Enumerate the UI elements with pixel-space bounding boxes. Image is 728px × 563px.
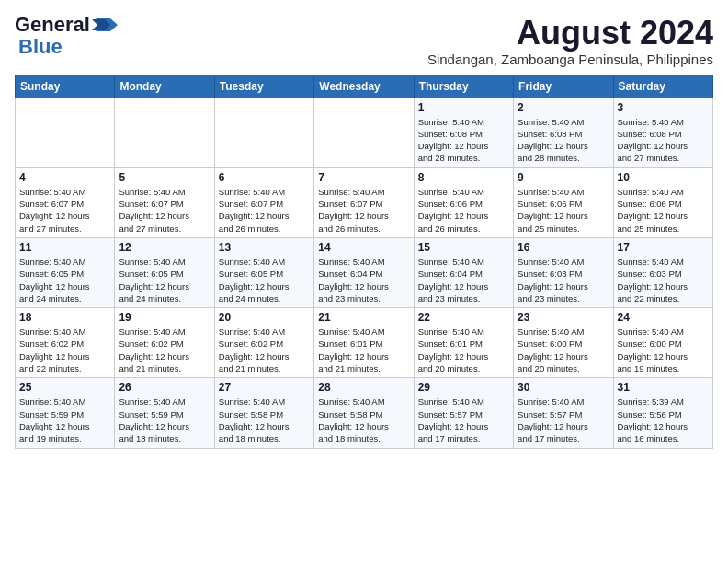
logo: General Blue [15, 15, 118, 59]
day-number: 22 [418, 311, 509, 324]
calendar-cell: 5Sunrise: 5:40 AM Sunset: 6:07 PM Daylig… [115, 167, 214, 237]
day-info: Sunrise: 5:40 AM Sunset: 6:01 PM Dayligh… [318, 326, 409, 374]
calendar-cell [314, 98, 414, 167]
calendar-cell: 26Sunrise: 5:40 AM Sunset: 5:59 PM Dayli… [115, 378, 214, 448]
day-info: Sunrise: 5:39 AM Sunset: 5:56 PM Dayligh… [618, 396, 709, 444]
day-number: 24 [618, 311, 709, 324]
month-year-title: August 2024 [427, 15, 713, 52]
calendar-cell: 24Sunrise: 5:40 AM Sunset: 6:00 PM Dayli… [613, 308, 712, 378]
day-number: 11 [19, 241, 110, 254]
weekday-header-monday: Monday [115, 75, 214, 98]
calendar-cell: 25Sunrise: 5:40 AM Sunset: 5:59 PM Dayli… [16, 378, 115, 448]
calendar-cell: 21Sunrise: 5:40 AM Sunset: 6:01 PM Dayli… [314, 308, 414, 378]
calendar-cell: 16Sunrise: 5:40 AM Sunset: 6:03 PM Dayli… [514, 237, 613, 307]
calendar-week-row: 1Sunrise: 5:40 AM Sunset: 6:08 PM Daylig… [16, 98, 713, 167]
day-info: Sunrise: 5:40 AM Sunset: 6:02 PM Dayligh… [219, 326, 310, 374]
calendar-cell: 6Sunrise: 5:40 AM Sunset: 6:07 PM Daylig… [214, 167, 313, 237]
logo-arrow-icon [92, 15, 118, 35]
day-number: 8 [418, 171, 509, 184]
calendar-cell: 15Sunrise: 5:40 AM Sunset: 6:04 PM Dayli… [414, 237, 513, 307]
day-info: Sunrise: 5:40 AM Sunset: 6:06 PM Dayligh… [418, 186, 509, 235]
calendar-cell: 20Sunrise: 5:40 AM Sunset: 6:02 PM Dayli… [214, 308, 313, 378]
day-number: 6 [219, 171, 310, 184]
day-info: Sunrise: 5:40 AM Sunset: 6:03 PM Dayligh… [518, 256, 609, 304]
day-info: Sunrise: 5:40 AM Sunset: 6:02 PM Dayligh… [19, 326, 110, 374]
calendar-cell: 28Sunrise: 5:40 AM Sunset: 5:58 PM Dayli… [314, 378, 414, 448]
day-info: Sunrise: 5:40 AM Sunset: 5:58 PM Dayligh… [318, 396, 409, 444]
day-number: 1 [418, 101, 509, 114]
weekday-header-sunday: Sunday [16, 75, 115, 98]
day-number: 30 [518, 381, 609, 394]
day-info: Sunrise: 5:40 AM Sunset: 6:07 PM Dayligh… [19, 186, 110, 235]
day-info: Sunrise: 5:40 AM Sunset: 6:03 PM Dayligh… [618, 256, 709, 304]
calendar-cell: 29Sunrise: 5:40 AM Sunset: 5:57 PM Dayli… [414, 378, 513, 448]
calendar-cell: 19Sunrise: 5:40 AM Sunset: 6:02 PM Dayli… [115, 308, 214, 378]
day-number: 27 [219, 381, 310, 394]
calendar-week-row: 11Sunrise: 5:40 AM Sunset: 6:05 PM Dayli… [16, 237, 713, 307]
day-info: Sunrise: 5:40 AM Sunset: 6:08 PM Dayligh… [418, 116, 509, 165]
day-number: 7 [318, 171, 409, 184]
calendar-week-row: 25Sunrise: 5:40 AM Sunset: 5:59 PM Dayli… [16, 378, 713, 448]
day-number: 31 [618, 381, 709, 394]
day-number: 12 [119, 241, 210, 254]
day-number: 15 [418, 241, 509, 254]
day-number: 5 [119, 171, 210, 184]
day-number: 29 [418, 381, 509, 394]
day-info: Sunrise: 5:40 AM Sunset: 6:04 PM Dayligh… [318, 256, 409, 304]
calendar-cell: 14Sunrise: 5:40 AM Sunset: 6:04 PM Dayli… [314, 237, 414, 307]
calendar-header-row: SundayMondayTuesdayWednesdayThursdayFrid… [16, 75, 713, 98]
day-info: Sunrise: 5:40 AM Sunset: 6:05 PM Dayligh… [119, 256, 210, 304]
day-info: Sunrise: 5:40 AM Sunset: 6:08 PM Dayligh… [518, 116, 609, 165]
logo-blue-text: Blue [18, 35, 63, 58]
day-info: Sunrise: 5:40 AM Sunset: 6:06 PM Dayligh… [518, 186, 609, 235]
day-number: 14 [318, 241, 409, 254]
day-info: Sunrise: 5:40 AM Sunset: 6:05 PM Dayligh… [19, 256, 110, 304]
calendar-cell: 10Sunrise: 5:40 AM Sunset: 6:06 PM Dayli… [613, 167, 712, 237]
weekday-header-wednesday: Wednesday [314, 75, 414, 98]
weekday-header-tuesday: Tuesday [214, 75, 313, 98]
calendar-cell: 22Sunrise: 5:40 AM Sunset: 6:01 PM Dayli… [414, 308, 513, 378]
calendar-cell: 9Sunrise: 5:40 AM Sunset: 6:06 PM Daylig… [514, 167, 613, 237]
weekday-header-thursday: Thursday [414, 75, 513, 98]
day-number: 26 [119, 381, 210, 394]
calendar-cell: 4Sunrise: 5:40 AM Sunset: 6:07 PM Daylig… [16, 167, 115, 237]
day-info: Sunrise: 5:40 AM Sunset: 5:57 PM Dayligh… [418, 396, 509, 444]
calendar-cell: 17Sunrise: 5:40 AM Sunset: 6:03 PM Dayli… [613, 237, 712, 307]
day-number: 28 [318, 381, 409, 394]
calendar-cell [115, 98, 214, 167]
day-number: 20 [219, 311, 310, 324]
day-info: Sunrise: 5:40 AM Sunset: 5:57 PM Dayligh… [518, 396, 609, 444]
location-subtitle: Sindangan, Zamboanga Peninsula, Philippi… [427, 52, 713, 67]
logo-text: General [15, 15, 90, 35]
day-number: 18 [19, 311, 110, 324]
day-number: 4 [19, 171, 110, 184]
calendar-cell: 31Sunrise: 5:39 AM Sunset: 5:56 PM Dayli… [613, 378, 712, 448]
calendar-cell: 12Sunrise: 5:40 AM Sunset: 6:05 PM Dayli… [115, 237, 214, 307]
day-number: 21 [318, 311, 409, 324]
weekday-header-saturday: Saturday [613, 75, 712, 98]
day-info: Sunrise: 5:40 AM Sunset: 6:01 PM Dayligh… [418, 326, 509, 374]
day-number: 19 [119, 311, 210, 324]
day-info: Sunrise: 5:40 AM Sunset: 6:02 PM Dayligh… [119, 326, 210, 374]
day-info: Sunrise: 5:40 AM Sunset: 6:08 PM Dayligh… [618, 116, 709, 165]
day-number: 16 [518, 241, 609, 254]
calendar-cell [16, 98, 115, 167]
calendar-cell [214, 98, 313, 167]
day-info: Sunrise: 5:40 AM Sunset: 5:59 PM Dayligh… [19, 396, 110, 444]
calendar-cell: 7Sunrise: 5:40 AM Sunset: 6:07 PM Daylig… [314, 167, 414, 237]
day-number: 2 [518, 101, 609, 114]
calendar-cell: 30Sunrise: 5:40 AM Sunset: 5:57 PM Dayli… [514, 378, 613, 448]
day-number: 23 [518, 311, 609, 324]
day-number: 3 [618, 101, 709, 114]
calendar-cell: 11Sunrise: 5:40 AM Sunset: 6:05 PM Dayli… [16, 237, 115, 307]
day-number: 9 [518, 171, 609, 184]
day-number: 17 [618, 241, 709, 254]
day-info: Sunrise: 5:40 AM Sunset: 6:00 PM Dayligh… [618, 326, 709, 374]
calendar-cell: 27Sunrise: 5:40 AM Sunset: 5:58 PM Dayli… [214, 378, 313, 448]
calendar-cell: 13Sunrise: 5:40 AM Sunset: 6:05 PM Dayli… [214, 237, 313, 307]
page-header: General Blue August 2024 Sindangan, Zamb… [15, 15, 713, 67]
day-info: Sunrise: 5:40 AM Sunset: 5:59 PM Dayligh… [119, 396, 210, 444]
calendar-cell: 2Sunrise: 5:40 AM Sunset: 6:08 PM Daylig… [514, 98, 613, 167]
calendar-cell: 18Sunrise: 5:40 AM Sunset: 6:02 PM Dayli… [16, 308, 115, 378]
calendar-table: SundayMondayTuesdayWednesdayThursdayFrid… [15, 75, 713, 449]
